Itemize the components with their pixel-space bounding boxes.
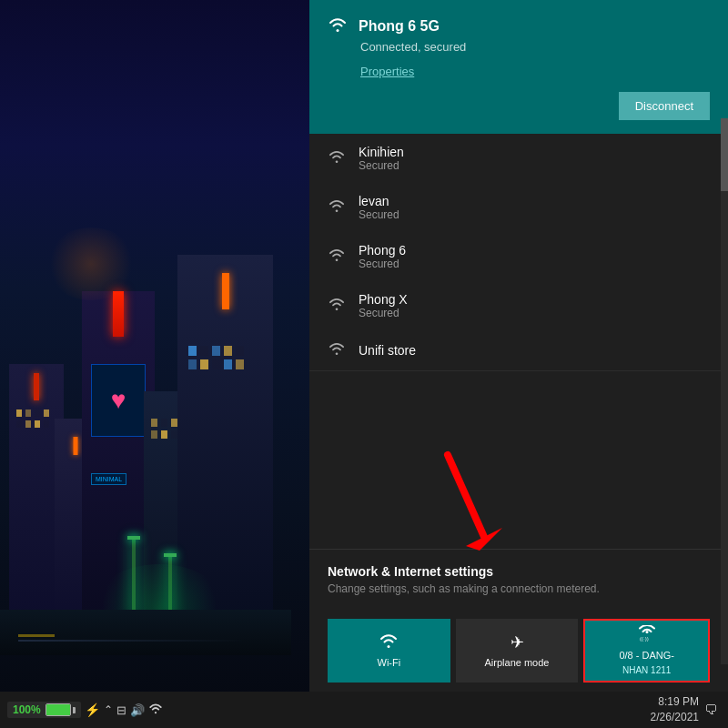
tile-airplane[interactable]: ✈ Airplane mode	[456, 619, 579, 682]
date-display: 2/26/2021	[651, 710, 699, 725]
network-item-phongx[interactable]: Phong X Secured	[309, 281, 728, 330]
network-name-levan: levan	[359, 194, 710, 208]
network-list: Kinihien Secured levan Secured	[309, 134, 728, 549]
network-name-phong6: Phong 6	[359, 243, 710, 258]
connected-header: Phong 6 5G Connected, secured Properties…	[309, 0, 728, 134]
building-5	[177, 255, 273, 619]
tile-wifi[interactable]: Wi-Fi	[328, 619, 450, 682]
network-name-phongx: Phong X	[359, 292, 710, 307]
scrollbar[interactable]	[721, 118, 728, 664]
wifi-tile-icon	[379, 632, 399, 652]
wifi-icon-phong6	[328, 248, 346, 266]
network-internet-settings[interactable]: Network & Internet settings Change setti…	[309, 549, 728, 610]
svg-line-1	[448, 455, 484, 537]
connected-status: Connected, secured	[360, 40, 710, 54]
network-sec-kinihien: Secured	[359, 159, 710, 172]
airplane-tile-icon: ✈	[511, 632, 524, 652]
network-name-unifi: Unifi store	[359, 343, 710, 358]
network-sec-phongx: Secured	[359, 307, 710, 319]
net-settings-subtitle: Change settings, such as making a connec…	[328, 582, 710, 595]
battery-fill	[46, 704, 70, 715]
taskbar-wifi-icon[interactable]	[148, 703, 163, 717]
battery-percent: 100%	[13, 703, 41, 716]
network-info-phongx: Phong X Secured	[359, 292, 710, 319]
time-display: 8:19 PM	[651, 694, 699, 710]
annotation-arrow	[430, 446, 502, 568]
disconnect-button[interactable]: Disconnect	[619, 92, 710, 120]
volume-icon[interactable]: 🔊	[130, 703, 145, 717]
tile-mobile-data[interactable]: ((·)) 0/8 - DANG- NHAN 1211	[583, 619, 710, 682]
network-sec-levan: Secured	[359, 208, 710, 221]
battery-tip	[73, 707, 76, 713]
clock-area[interactable]: 8:19 PM 2/26/2021	[651, 694, 699, 725]
tile-airplane-label: Airplane mode	[485, 656, 550, 669]
wifi-panel: Phong 6 5G Connected, secured Properties…	[309, 0, 728, 692]
network-info-unifi: Unifi store	[359, 343, 710, 358]
network-sec-phong6: Secured	[359, 258, 710, 270]
mobile-tile-icon: ((·))	[637, 625, 657, 645]
properties-link[interactable]: Properties	[360, 65, 710, 78]
network-info-levan: levan Secured	[359, 194, 710, 221]
network-item-phong6[interactable]: Phong 6 Secured	[309, 232, 728, 281]
svg-text:((·)): ((·))	[640, 636, 649, 642]
wifi-icon-phongx	[328, 297, 346, 315]
quick-tiles: Wi-Fi ✈ Airplane mode ((·)) 0/8 - DANG- …	[309, 610, 728, 692]
taskbar-left: 100% ⚡ ⌃ ⊟ 🔊	[0, 702, 651, 718]
wifi-icon-kinihien	[328, 149, 346, 167]
system-tray-chevron[interactable]: ⌃	[104, 703, 113, 716]
battery-bar	[46, 703, 71, 716]
network-item-kinihien[interactable]: Kinihien Secured	[309, 134, 728, 183]
network-name-kinihien: Kinihien	[359, 145, 710, 159]
taskbar: 100% ⚡ ⌃ ⊟ 🔊 8:19 PM 2/26/2021 🗨	[0, 692, 728, 728]
wifi-connected-icon	[328, 16, 348, 36]
wifi-icon-levan	[328, 198, 346, 217]
tile-mobile-sublabel: NHAN 1211	[622, 665, 671, 676]
charging-icon: ⚡	[85, 703, 100, 717]
scrollbar-thumb[interactable]	[721, 118, 728, 191]
wifi-icon-unifi	[328, 341, 346, 359]
network-info-phong6: Phong 6 Secured	[359, 243, 710, 270]
tile-wifi-label: Wi-Fi	[378, 656, 401, 669]
network-info-kinihien: Kinihien Secured	[359, 145, 710, 172]
tile-mobile-label: 0/8 - DANG-	[619, 649, 674, 662]
taskbar-right: 8:19 PM 2/26/2021 🗨	[651, 694, 728, 725]
connected-network-name: Phong 6 5G	[359, 18, 440, 35]
network-item-levan[interactable]: levan Secured	[309, 183, 728, 232]
battery-indicator: 100%	[7, 702, 81, 718]
network-item-unifi[interactable]: Unifi store	[309, 330, 728, 371]
notification-icon[interactable]: 🗨	[704, 703, 717, 717]
tablet-icon: ⊟	[116, 703, 126, 717]
net-settings-title: Network & Internet settings	[328, 564, 710, 579]
